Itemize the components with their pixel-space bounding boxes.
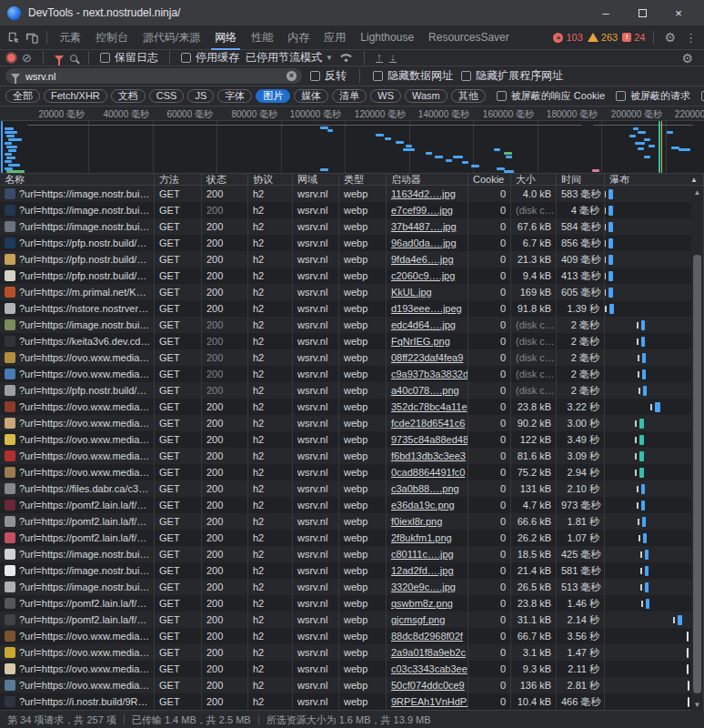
initiator-link[interactable]: 9735c84a88ed48 bbox=[391, 434, 468, 445]
record-button[interactable] bbox=[7, 54, 15, 62]
column-header-网域[interactable]: 网域 bbox=[293, 174, 339, 185]
initiator-link[interactable]: c80111c….jpg bbox=[391, 549, 454, 560]
table-row[interactable]: ?url=https://image.nostr.bui…GET200h2wsr… bbox=[0, 546, 704, 562]
column-header-方法[interactable]: 方法 bbox=[155, 174, 202, 185]
initiator-link[interactable]: 12ad2fd….jpg bbox=[391, 565, 454, 576]
initiator-link[interactable]: 50cf074ddc0ce9 bbox=[391, 680, 465, 691]
warning-badge[interactable]: 263 bbox=[588, 32, 618, 43]
initiator-link[interactable]: fcde218d6541c6 bbox=[391, 418, 465, 429]
more-options-icon[interactable]: ⋮ bbox=[681, 31, 700, 45]
table-row[interactable]: ?url=https://pomf2.lain.la/f/…GET200h2ws… bbox=[0, 595, 704, 612]
initiator-link[interactable]: qswbm8z.png bbox=[391, 598, 453, 609]
chip-清单[interactable]: 清单 bbox=[332, 89, 367, 103]
table-row[interactable]: ?url=https://pfp.nostr.build/…GET200h2ws… bbox=[0, 235, 704, 251]
initiator-link[interactable]: 352dc78bc4a11e bbox=[391, 401, 468, 412]
initiator-link[interactable]: f6bd13db3c3ee3 bbox=[391, 450, 466, 461]
initiator-link[interactable]: c9a937b3a3832d bbox=[391, 369, 468, 379]
table-row[interactable]: ?url=https://pomf2.lain.la/f/…GET200h2ws… bbox=[0, 530, 704, 546]
disable-cache-checkbox[interactable]: 停用缓存 bbox=[181, 50, 239, 66]
tab-性能[interactable]: 性能 bbox=[244, 25, 280, 50]
table-row[interactable]: ?url=https://ovo.wxw.media…GET200h2wsrv.… bbox=[0, 628, 704, 644]
initiator-link[interactable]: 2f8ukfm1.png bbox=[391, 532, 452, 543]
column-header-类型[interactable]: 类型 bbox=[339, 174, 387, 185]
hide-extension-urls-checkbox[interactable]: 隐藏扩展程序网址 bbox=[461, 68, 563, 84]
settings-gear-icon[interactable]: ⚙ bbox=[659, 30, 681, 45]
table-row[interactable]: ?url=https://keita3v6.dev.cd…GET200h2wsr… bbox=[0, 333, 704, 349]
table-row[interactable]: ?url=https://files.dabr.ca/c3…GET200h2ws… bbox=[0, 480, 704, 497]
initiator-link[interactable]: 88dc8d2968f02f bbox=[391, 631, 463, 642]
chip-字体[interactable]: 字体 bbox=[217, 89, 252, 103]
table-row[interactable]: ?url=https://image.nostr.bui…GET200h2wsr… bbox=[0, 186, 704, 202]
scroll-down-icon[interactable]: ▼ bbox=[691, 701, 703, 709]
blocked-requests-checkbox[interactable]: 被屏蔽的请求 bbox=[616, 89, 690, 103]
initiator-link[interactable]: 9RPEAh1VnHdPz bbox=[391, 696, 468, 707]
table-row[interactable]: ?url=https://ovo.wxw.media…GET200h2wsrv.… bbox=[0, 661, 704, 677]
minimize-button[interactable]: – bbox=[588, 0, 624, 25]
column-header-大小[interactable]: 大小 bbox=[511, 174, 557, 185]
initiator-link[interactable]: 96ad0da….jpg bbox=[391, 238, 457, 248]
table-row[interactable]: ?url=https://pfp.nostr.build/…GET200h2ws… bbox=[0, 382, 704, 399]
table-row[interactable]: ?url=https://image.nostr.bui…GET200h2wsr… bbox=[0, 202, 704, 218]
device-toolbar-icon[interactable] bbox=[25, 31, 38, 44]
chip-CSS[interactable]: CSS bbox=[149, 89, 185, 103]
export-har-icon[interactable]: ↓ bbox=[389, 53, 397, 63]
preserve-log-checkbox[interactable]: 保留日志 bbox=[100, 50, 158, 66]
initiator-link[interactable]: gjcmsgf.png bbox=[391, 614, 445, 625]
throttling-dropdown[interactable]: 已停用节流模式▼ bbox=[246, 50, 333, 66]
table-row[interactable]: ?url=https://m.primal.net/K…GET200h2wsrv… bbox=[0, 284, 704, 300]
import-har-icon[interactable]: ↑ bbox=[376, 53, 383, 63]
filter-input-pill[interactable]: × bbox=[5, 68, 302, 84]
table-row[interactable]: ?url=https://nstore.nostrver…GET200h2wsr… bbox=[0, 300, 704, 317]
scroll-up-icon[interactable]: ▲ bbox=[691, 188, 703, 197]
chip-图片[interactable]: 图片 bbox=[256, 89, 290, 103]
chip-Fetch/XHR[interactable]: Fetch/XHR bbox=[44, 89, 107, 103]
initiator-link[interactable]: 37b4487….jpg bbox=[391, 221, 457, 232]
table-row[interactable]: ?url=https://ovo.wxw.media…GET200h2wsrv.… bbox=[0, 399, 704, 415]
table-row[interactable]: ?url=https://image.nostr.bui…GET200h2wsr… bbox=[0, 317, 704, 333]
table-row[interactable]: ?url=https://ovo.wxw.media…GET200h2wsrv.… bbox=[0, 366, 704, 382]
chip-Wasm[interactable]: Wasm bbox=[405, 89, 448, 103]
clear-button[interactable]: ⊘ bbox=[22, 52, 32, 64]
table-row[interactable]: ?url=https://ovo.wxw.media…GET200h2wsrv.… bbox=[0, 464, 704, 480]
initiator-link[interactable]: 0cad8864491fc0 bbox=[391, 467, 465, 478]
column-header-名称[interactable]: 名称 bbox=[0, 174, 155, 185]
table-row[interactable]: ?url=https://image.nostr.bui…GET200h2wsr… bbox=[0, 579, 704, 595]
column-header-瀑布[interactable]: 瀑布▲ bbox=[605, 174, 704, 185]
table-row[interactable]: ?url=https://pomf2.lain.la/f/…GET200h2ws… bbox=[0, 612, 704, 628]
tab-源代码/来源[interactable]: 源代码/来源 bbox=[136, 25, 207, 50]
initiator-link[interactable]: FqNrIEG.png bbox=[391, 336, 450, 347]
inspect-element-icon[interactable] bbox=[7, 31, 20, 44]
chip-文档[interactable]: 文档 bbox=[111, 89, 146, 103]
table-row[interactable]: ?url=https://i.nostr.build/9R…GET200h2ws… bbox=[0, 693, 704, 710]
initiator-link[interactable]: 2a9a01f8a9eb2c bbox=[391, 647, 466, 658]
table-row[interactable]: ?url=https://ovo.wxw.media…GET200h2wsrv.… bbox=[0, 677, 704, 693]
chip-WS[interactable]: WS bbox=[370, 89, 401, 103]
scrollbar-thumb[interactable] bbox=[693, 255, 701, 693]
network-conditions-icon[interactable] bbox=[339, 53, 353, 63]
tab-控制台[interactable]: 控制台 bbox=[88, 25, 136, 50]
network-settings-gear-icon[interactable]: ⚙ bbox=[676, 51, 699, 66]
tab-应用[interactable]: 应用 bbox=[317, 25, 353, 50]
tab-内存[interactable]: 内存 bbox=[280, 25, 317, 50]
initiator-link[interactable]: c2060c9….jpg bbox=[391, 270, 455, 281]
initiator-link[interactable]: edc4d64….jpg bbox=[391, 319, 456, 330]
initiator-link[interactable]: e7cef99….jpg bbox=[391, 205, 453, 216]
tab-网络[interactable]: 网络 bbox=[207, 25, 244, 50]
tab-ResourcesSaver[interactable]: ResourcesSaver bbox=[421, 25, 517, 50]
column-header-启动器[interactable]: 启动器 bbox=[387, 174, 468, 185]
issues-badge[interactable]: !24 bbox=[622, 32, 645, 43]
table-row[interactable]: ?url=https://ovo.wxw.media…GET200h2wsrv.… bbox=[0, 431, 704, 448]
table-row[interactable]: ?url=https://ovo.wxw.media…GET200h2wsrv.… bbox=[0, 644, 704, 661]
table-row[interactable]: ?url=https://ovo.wxw.media…GET200h2wsrv.… bbox=[0, 349, 704, 366]
vertical-scrollbar[interactable]: ▲ ▼ bbox=[691, 187, 703, 711]
blocked-cookies-checkbox[interactable]: 被屏蔽的响应 Cookie bbox=[497, 89, 605, 103]
search-icon[interactable] bbox=[70, 55, 77, 62]
table-row[interactable]: ?url=https://pomf2.lain.la/f/…GET200h2ws… bbox=[0, 513, 704, 530]
initiator-link[interactable]: d193eee….jpeg bbox=[391, 303, 462, 314]
initiator-link[interactable]: 3320e9c….jpg bbox=[391, 581, 456, 592]
chip-JS[interactable]: JS bbox=[187, 89, 214, 103]
initiator-link[interactable]: a40c078….png bbox=[391, 385, 459, 396]
initiator-link[interactable]: f0iexl8r.png bbox=[391, 516, 442, 527]
column-header-状态[interactable]: 状态 bbox=[202, 174, 248, 185]
clear-filter-icon[interactable]: × bbox=[287, 71, 297, 81]
